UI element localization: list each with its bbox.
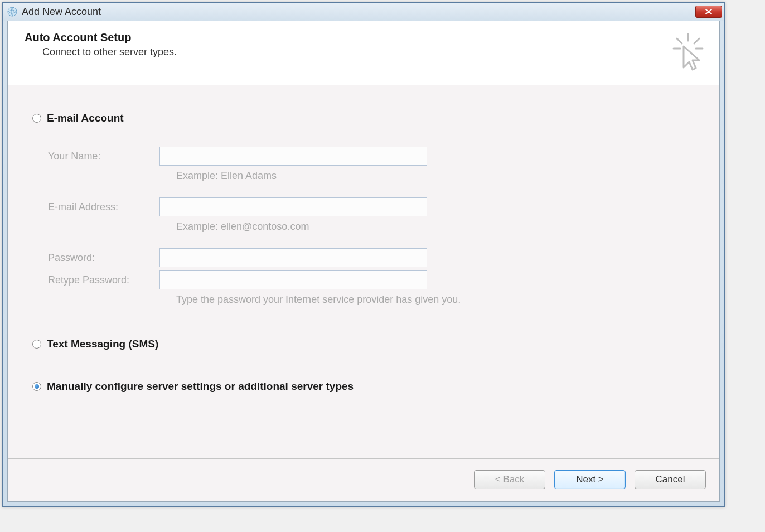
email-address-input	[159, 197, 427, 216]
password-hint: Type the password your Internet service …	[176, 294, 695, 306]
your-name-input	[159, 147, 427, 166]
password-input	[159, 248, 427, 267]
option-text-messaging[interactable]: Text Messaging (SMS)	[32, 338, 695, 350]
cursor-click-icon	[670, 31, 706, 76]
svg-line-3	[694, 38, 699, 43]
window-title: Add New Account	[22, 6, 695, 18]
dialog-window: Add New Account Auto Account Setup Conne…	[2, 2, 725, 507]
cancel-button[interactable]: Cancel	[635, 470, 706, 489]
page-subtitle: Connect to other server types.	[42, 46, 670, 58]
close-button[interactable]	[695, 6, 722, 18]
wizard-header: Auto Account Setup Connect to other serv…	[8, 21, 719, 85]
radio-icon	[32, 114, 41, 123]
back-button: < Back	[474, 470, 545, 489]
option-email-account[interactable]: E-mail Account	[32, 112, 695, 124]
email-address-label: E-mail Address:	[48, 201, 159, 213]
your-name-hint: Example: Ellen Adams	[176, 170, 695, 182]
retype-password-input	[159, 270, 427, 289]
wizard-body: E-mail Account Your Name: Example: Ellen…	[8, 85, 719, 458]
option-manual-configure[interactable]: Manually configure server settings or ad…	[32, 380, 695, 393]
next-button[interactable]: Next >	[554, 470, 626, 489]
option-label: E-mail Account	[47, 112, 124, 124]
email-address-hint: Example: ellen@contoso.com	[176, 221, 695, 233]
svg-point-0	[8, 7, 17, 16]
radio-icon	[32, 382, 41, 391]
wizard-footer: < Back Next > Cancel	[8, 458, 719, 501]
titlebar: Add New Account	[3, 3, 724, 21]
client-area: Auto Account Setup Connect to other serv…	[7, 21, 720, 502]
retype-password-label: Retype Password:	[48, 274, 159, 286]
option-label: Manually configure server settings or ad…	[47, 380, 354, 393]
svg-line-2	[677, 38, 682, 43]
your-name-label: Your Name:	[48, 151, 159, 162]
app-icon	[7, 7, 17, 17]
page-title: Auto Account Setup	[25, 31, 670, 44]
option-label: Text Messaging (SMS)	[47, 338, 158, 350]
password-label: Password:	[48, 252, 159, 264]
radio-icon	[32, 340, 41, 349]
email-form-area: Your Name: Example: Ellen Adams E-mail A…	[48, 147, 695, 306]
